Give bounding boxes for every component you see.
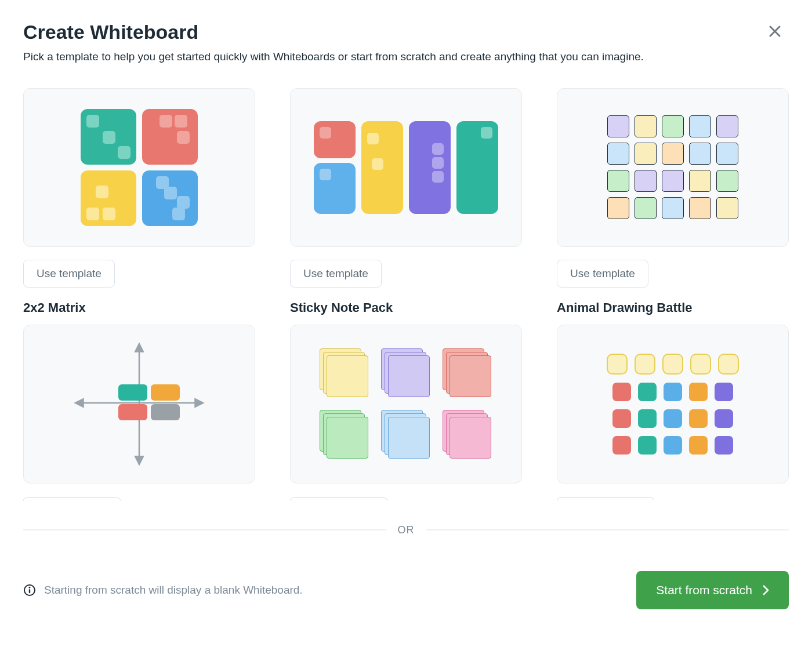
template-card: Use template (23, 88, 255, 288)
or-divider: OR (23, 524, 789, 536)
use-template-button[interactable]: Use template (557, 260, 648, 288)
template-card: Use template (557, 88, 789, 288)
start-from-scratch-button[interactable]: Start from scratch (636, 571, 789, 609)
preview-sticky-clusters (81, 109, 198, 226)
template-title: Sticky Note Pack (290, 300, 522, 315)
dialog-title: Create Whiteboard (23, 21, 789, 43)
footer-hint: Starting from scratch will display a bla… (23, 584, 303, 597)
template-card: 2x2 Matrix (23, 300, 255, 501)
divider-line (23, 529, 386, 530)
divider-line (426, 529, 789, 530)
use-template-button[interactable]: Use template (290, 260, 382, 288)
template-preview[interactable] (557, 88, 789, 247)
chevron-right-icon (763, 585, 769, 595)
preview-grid-squares (607, 115, 738, 219)
template-preview[interactable] (557, 325, 789, 483)
use-template-button-partial[interactable] (557, 497, 654, 501)
use-template-button-partial[interactable] (290, 497, 387, 501)
primary-button-label: Start from scratch (656, 583, 752, 597)
footer-hint-text: Starting from scratch will display a bla… (44, 584, 303, 597)
template-preview[interactable] (290, 325, 522, 483)
template-preview[interactable] (23, 325, 255, 483)
preview-animal-drawing-battle (607, 354, 739, 455)
svg-rect-4 (29, 589, 30, 593)
close-button[interactable] (768, 22, 786, 41)
preview-columns (314, 121, 498, 214)
or-label: OR (398, 524, 415, 536)
template-card: Use template (290, 88, 522, 288)
info-icon (23, 584, 36, 597)
template-title: Animal Drawing Battle (557, 300, 789, 315)
template-title: 2x2 Matrix (23, 300, 255, 315)
template-preview[interactable] (23, 88, 255, 247)
close-icon (768, 24, 786, 38)
create-whiteboard-dialog: Create Whiteboard Pick a template to hel… (0, 0, 812, 658)
dialog-footer: Starting from scratch will display a bla… (23, 571, 789, 609)
preview-2x2-matrix (67, 339, 211, 469)
use-template-button[interactable]: Use template (23, 260, 115, 288)
template-preview[interactable] (290, 88, 522, 247)
dialog-subtitle: Pick a template to help you get started … (23, 49, 789, 65)
svg-point-3 (29, 587, 31, 588)
template-card: Animal Drawing Battle (557, 300, 789, 501)
use-template-button-partial[interactable] (23, 497, 121, 501)
templates-grid: Use template Use template (23, 88, 789, 501)
template-card: Sticky Note Pack (290, 300, 522, 501)
preview-sticky-note-pack (320, 348, 492, 460)
